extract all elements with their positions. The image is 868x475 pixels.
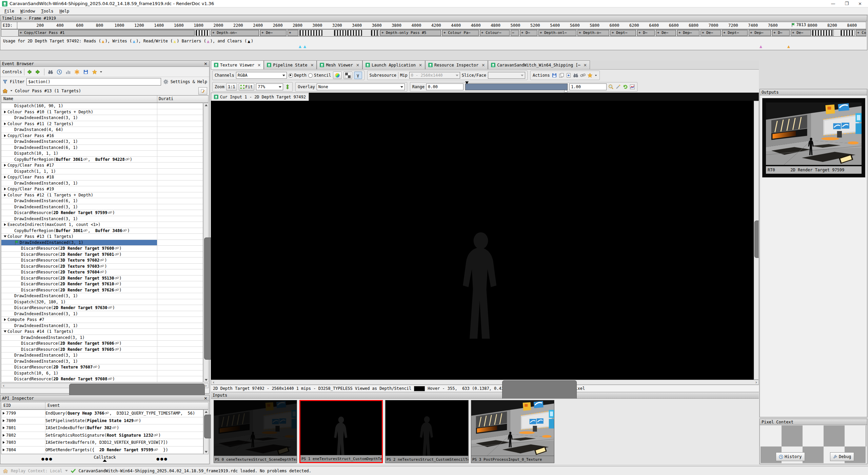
- pass-segment[interactable]: + Depth-onl⋯: [538, 30, 576, 36]
- stats-icon[interactable]: [65, 69, 71, 75]
- pass-segment[interactable]: + De⋯: [656, 30, 676, 36]
- tab-close-icon[interactable]: ×: [419, 63, 422, 68]
- event-row[interactable]: DrawIndexedInstanced(3, 1): [1, 335, 203, 341]
- event-row[interactable]: Colour Pass #14 (1 Targets): [1, 329, 203, 335]
- event-row[interactable]: DrawIndexedInstanced(3, 1): [1, 204, 203, 210]
- event-row[interactable]: DiscardResource(2D Render Target 97600): [1, 246, 203, 252]
- settings-gear-icon[interactable]: [163, 79, 169, 84]
- event-row[interactable]: DrawIndexedInstanced(3, 1): [1, 323, 203, 329]
- api-event-list[interactable]: 7799EndQuery(Query Heap 3766, D3D12_QUER…: [1, 410, 203, 454]
- resource-link-icon[interactable]: [125, 157, 130, 162]
- menu-tools[interactable]: Tools: [38, 8, 56, 14]
- pass-segment[interactable]: + D⋯: [520, 30, 537, 36]
- column-name[interactable]: Name: [1, 96, 157, 102]
- maximize-button[interactable]: ❐: [845, 1, 849, 6]
- event-row[interactable]: Colour Pass #12 (1 Targets + Depth): [1, 192, 203, 198]
- arrow-left-icon[interactable]: [26, 69, 32, 75]
- event-row[interactable]: DrawInstanced(4, 64): [1, 127, 203, 133]
- event-row[interactable]: DiscardResource(2D Texture 97604): [1, 269, 203, 276]
- expand-toggle-icon[interactable]: [3, 223, 7, 226]
- resource-link-icon[interactable]: [115, 276, 119, 280]
- tab-close-icon[interactable]: ×: [481, 63, 485, 68]
- asterisk-icon[interactable]: [74, 69, 80, 75]
- event-row[interactable]: Dispatch(10, 6, 1): [1, 370, 203, 377]
- filter-input[interactable]: [26, 78, 161, 86]
- resource-link-icon[interactable]: [108, 305, 112, 310]
- event-row[interactable]: CopyBufferRegion(Buffer 3861, Buffer 348…: [1, 228, 203, 234]
- api-event-row[interactable]: 7799EndQuery(Query Heap 3766, D3D12_QUER…: [1, 410, 203, 417]
- color-wheel-button[interactable]: [333, 72, 342, 79]
- resource-link-icon[interactable]: [115, 288, 119, 292]
- tab-close-icon[interactable]: ×: [257, 63, 261, 68]
- api-vertical-scrollbar[interactable]: [203, 410, 209, 454]
- event-browser-close-icon[interactable]: ×: [204, 61, 208, 66]
- slice-face-select[interactable]: [488, 72, 525, 79]
- expand-toggle-icon[interactable]: [3, 134, 7, 137]
- menu-file[interactable]: File: [1, 8, 17, 14]
- range-max-input[interactable]: [569, 83, 607, 90]
- expand-toggle-icon[interactable]: [3, 235, 7, 238]
- pass-segment[interactable]: + Dept⋯: [722, 30, 748, 36]
- input-thumbnail[interactable]: PS 2 neTexturesStruct_CustomStencilText: [385, 400, 469, 463]
- callstack-expand-icon[interactable]: [103, 459, 107, 462]
- resource-link-icon[interactable]: [83, 157, 87, 162]
- reset-range-icon[interactable]: [623, 84, 628, 90]
- event-row[interactable]: Compute Pass #7: [1, 317, 203, 323]
- autofit-wand-icon[interactable]: [615, 84, 621, 90]
- clock-icon[interactable]: [57, 69, 62, 75]
- pass-segment[interactable]: + Depth-o⋯: [577, 30, 609, 36]
- expand-toggle-icon[interactable]: [3, 188, 7, 190]
- event-row[interactable]: Copy/Clear Pass #18: [1, 174, 203, 180]
- event-row[interactable]: DrawIndexedInstanced(3, 1): [1, 139, 203, 145]
- event-row[interactable]: ExecuteIndirect(maxCount 1, count <1>): [1, 222, 203, 228]
- zoom-1to1-button[interactable]: 1:1: [226, 83, 237, 91]
- usage-marker-icon[interactable]: ▲: [760, 44, 762, 49]
- expand-toggle-icon[interactable]: [1, 419, 6, 422]
- resource-link-icon[interactable]: [83, 228, 87, 233]
- event-row[interactable]: Dispatch(320, 180, 1): [1, 299, 203, 305]
- api-event-row[interactable]: 7804OMSetRenderTargets({ 2D Render Targe…: [1, 446, 203, 454]
- scroll-left-icon[interactable]: ‹: [212, 380, 215, 385]
- input-thumbnail[interactable]: PS 3 PostProcessInput_0_Texture: [471, 400, 554, 463]
- breadcrumb-caret-icon[interactable]: [10, 89, 13, 92]
- pass-segment[interactable]: + D⋯: [772, 30, 790, 36]
- event-tick-cluster[interactable]: [371, 30, 379, 36]
- event-row[interactable]: DiscardResource(2D Texture 97603): [1, 264, 203, 270]
- overlay-select[interactable]: None: [317, 83, 405, 90]
- debug-button[interactable]: Debug: [830, 452, 854, 461]
- home-icon[interactable]: [2, 88, 8, 94]
- column-event[interactable]: Event: [45, 402, 208, 409]
- range-min-input[interactable]: [426, 83, 463, 90]
- mip-select[interactable]: 0 - 2560x1440: [409, 72, 460, 79]
- tab-close-icon[interactable]: ×: [584, 63, 587, 68]
- copy-icon[interactable]: [559, 73, 564, 78]
- event-row[interactable]: DiscardResource(2D Render Target 97608): [1, 376, 203, 382]
- event-browser-vertical-scrollbar[interactable]: [203, 103, 209, 382]
- menu-window[interactable]: Window: [17, 8, 38, 14]
- event-row[interactable]: DrawIndexedInstanced(3, 1): [1, 382, 203, 383]
- event-row[interactable]: DiscardResource(2D Render Target 97630): [1, 305, 203, 311]
- resource-link-icon[interactable]: [134, 418, 138, 423]
- pass-segment[interactable]: + De⋯: [701, 30, 721, 36]
- scroll-left-icon[interactable]: ‹: [2, 383, 5, 388]
- history-button[interactable]: History: [776, 452, 805, 461]
- api-column-headers[interactable]: EID Event: [1, 402, 209, 410]
- resource-link-icon[interactable]: [108, 377, 112, 381]
- pass-segment[interactable]: + Colour⋯: [856, 30, 866, 36]
- resource-link-icon[interactable]: [104, 411, 109, 415]
- event-tree[interactable]: Dispatch(160, 90, 1)Colour Pass #10 (1 T…: [1, 103, 203, 382]
- tab-mesh-viewer[interactable]: Mesh Viewer×: [317, 60, 362, 69]
- callstack-footer[interactable]: ●●● Callstack ●●●: [1, 454, 209, 463]
- event-tick-cluster[interactable]: [841, 30, 855, 36]
- resource-link-icon[interactable]: [93, 365, 97, 369]
- timeline-pass-bar[interactable]: + Copy/Clear Pass #1+ Depth-on⋯+ De⋯++ D…: [1, 29, 866, 37]
- close-button[interactable]: ×: [858, 1, 862, 6]
- resource-link-icon[interactable]: [108, 210, 112, 215]
- scroll-up-icon[interactable]: [205, 104, 208, 106]
- pass-segment[interactable]: ⋯: [511, 30, 519, 36]
- event-row[interactable]: DiscardResource(2D Render Target 97601): [1, 252, 203, 258]
- event-row[interactable]: Colour Pass #11 (2 Targets): [1, 121, 203, 127]
- edit-bookmarks-button[interactable]: [198, 87, 207, 95]
- expand-toggle-icon[interactable]: [1, 434, 6, 437]
- event-row[interactable]: DiscardResource(2D Render Target 97626): [1, 287, 203, 293]
